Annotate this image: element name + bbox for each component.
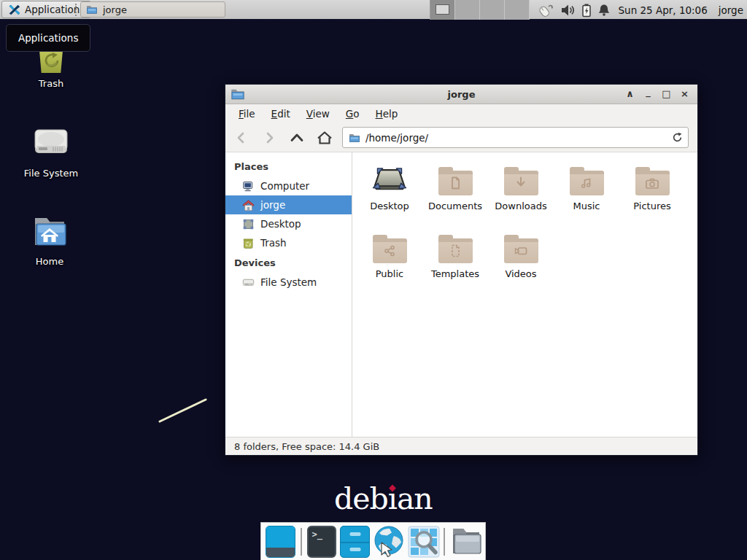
volume-icon[interactable]: [560, 3, 576, 18]
folder-icon: [86, 4, 98, 15]
mouse-status-icon[interactable]: [536, 2, 554, 18]
menu-go[interactable]: Go: [338, 105, 368, 122]
reload-button[interactable]: [672, 132, 683, 143]
toolbar: /home/jorge/: [225, 123, 697, 152]
up-button[interactable]: [287, 128, 307, 148]
workspace-pager[interactable]: [430, 0, 530, 20]
sidebar-item-label: File System: [260, 276, 317, 288]
file-item-desktop[interactable]: Desktop: [357, 163, 422, 230]
desktop-icon-label: File System: [24, 168, 78, 179]
menu-edit[interactable]: Edit: [263, 105, 298, 122]
file-label: Public: [376, 268, 403, 279]
desktop-icon-label: Home: [36, 256, 63, 267]
templates-folder-icon: [438, 235, 473, 264]
documents-folder-icon: [438, 167, 473, 196]
desktop-icon-file-system[interactable]: File System: [22, 127, 80, 179]
file-label: Desktop: [370, 201, 409, 211]
file-label: Downloads: [495, 201, 546, 211]
show-desktop-button[interactable]: [266, 526, 295, 558]
menu-file[interactable]: File: [231, 105, 263, 122]
file-item-public[interactable]: Public: [357, 230, 422, 298]
icon-view[interactable]: Desktop Documents: [352, 152, 697, 437]
music-folder-icon: [570, 167, 604, 196]
window-titlebar[interactable]: jorge ∧ _ □ ×: [225, 85, 697, 104]
file-item-pictures[interactable]: Pictures: [619, 163, 685, 230]
videos-folder-icon: [504, 235, 538, 264]
file-item-music[interactable]: Music: [554, 163, 619, 230]
menu-help[interactable]: Help: [368, 105, 406, 122]
home-button[interactable]: [314, 128, 335, 148]
computer-icon: [242, 180, 255, 192]
workspace-4[interactable]: [505, 0, 530, 20]
magnifier-icon: [408, 526, 440, 558]
sidebar-item-computer[interactable]: Computer: [225, 176, 352, 195]
drive-icon: [242, 276, 255, 289]
file-item-templates[interactable]: Templates: [422, 230, 488, 298]
sidebar-item-file-system[interactable]: File System: [225, 273, 352, 292]
app-finder-launcher[interactable]: [408, 526, 438, 558]
debian-wallpaper-logo: debıan: [334, 481, 433, 516]
applications-tooltip: Applications: [6, 24, 90, 52]
forward-button[interactable]: [259, 128, 279, 148]
location-bar[interactable]: /home/jorge/: [342, 127, 689, 148]
trash-icon: [242, 237, 255, 249]
desktop-icon: [242, 218, 255, 230]
notification-bell-icon[interactable]: [597, 3, 611, 18]
taskbar-window-button[interactable]: jorge: [80, 1, 225, 18]
back-button[interactable]: [231, 128, 252, 148]
file-item-documents[interactable]: Documents: [422, 163, 488, 230]
sidebar-item-label: Computer: [260, 180, 309, 192]
folder-icon: [450, 526, 482, 556]
dock-separator: [444, 528, 445, 556]
panel-handle[interactable]: [75, 4, 77, 16]
menu-view[interactable]: View: [298, 105, 338, 122]
workspace-window-miniature: [436, 4, 449, 15]
close-button[interactable]: ×: [680, 87, 689, 101]
path-text[interactable]: /home/jorge/: [365, 132, 428, 144]
desktop-icon-label: Trash: [39, 78, 63, 89]
folder-launcher[interactable]: [450, 526, 481, 558]
sidebar-item-jorge[interactable]: jorge: [225, 195, 352, 214]
desktop-icon-home[interactable]: Home: [20, 214, 79, 267]
battery-icon[interactable]: [581, 3, 592, 18]
file-label: Pictures: [633, 201, 670, 211]
workspace-2[interactable]: [455, 0, 480, 20]
shade-button[interactable]: ∧: [625, 87, 635, 101]
workspace-3[interactable]: [480, 0, 505, 20]
sidebar-item-trash[interactable]: Trash: [225, 233, 352, 252]
sidebar-item-desktop[interactable]: Desktop: [225, 214, 352, 233]
sidebar-item-label: jorge: [260, 199, 285, 211]
workspace-1[interactable]: [430, 0, 455, 20]
sidebar-item-label: Trash: [260, 237, 287, 249]
maximize-button[interactable]: □: [662, 87, 671, 101]
stray-line-artifact: [158, 397, 210, 427]
file-item-downloads[interactable]: Downloads: [488, 163, 554, 230]
applications-menu-button[interactable]: Applications: [1, 1, 91, 18]
devices-header: Devices: [225, 252, 352, 273]
file-item-videos[interactable]: Videos: [488, 230, 554, 298]
hard-drive-icon: [33, 127, 69, 163]
statusbar: 8 folders, Free space: 14.4 GiB: [225, 437, 697, 455]
web-browser-launcher[interactable]: [374, 526, 404, 558]
path-folder-icon: [349, 132, 360, 144]
places-header: Places: [225, 156, 352, 176]
xfce-applications-icon: [8, 4, 20, 16]
dock-separator: [301, 528, 302, 556]
panel-clock[interactable]: Sun 25 Apr, 10:06: [619, 4, 708, 16]
top-panel: Applications jorge: [0, 0, 747, 20]
panel-username[interactable]: jorge: [719, 4, 743, 16]
file-label: Music: [573, 201, 600, 211]
globe-icon: [372, 525, 406, 559]
terminal-icon: >_: [312, 529, 322, 540]
file-manager-launcher[interactable]: [340, 526, 370, 558]
taskbar-window-label: jorge: [103, 4, 127, 15]
statusbar-text: 8 folders, Free space: 14.4 GiB: [234, 441, 379, 452]
minimize-button[interactable]: _: [643, 85, 653, 99]
home-icon: [242, 199, 255, 211]
terminal-launcher[interactable]: >_: [307, 526, 337, 558]
pictures-folder-icon: [635, 167, 670, 196]
home-folder-icon: [31, 214, 69, 251]
window-folder-icon: [231, 87, 245, 101]
sidebar-item-label: Desktop: [260, 218, 301, 230]
menubar: File Edit View Go Help: [225, 104, 697, 123]
